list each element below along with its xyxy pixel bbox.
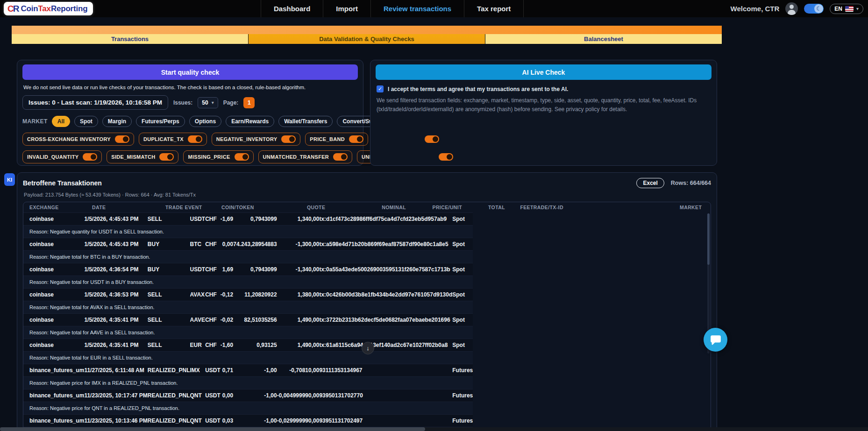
market-chips: AllSpotMarginFutures/PerpsOptionsEarn/Re…: [52, 116, 423, 127]
person-icon: [790, 5, 794, 9]
chevron-down-icon: ▾: [856, 6, 859, 11]
rule-chip-unmatched-transfer[interactable]: UNMATCHED_TRANSFER: [258, 150, 352, 163]
consent-text: I accept the terms and agree that my tra…: [388, 86, 568, 92]
rows-count: Rows: 664/664: [671, 180, 711, 186]
page-label: Page:: [223, 99, 239, 106]
nav-item-tax-report[interactable]: Tax report: [464, 0, 524, 17]
tab-transactions[interactable]: Transactions: [12, 34, 248, 44]
column-header-total: TOTAL: [462, 202, 505, 212]
column-header-trade-event: TRADE EVENT: [165, 202, 221, 212]
logo-icon: CR: [7, 4, 18, 14]
table-row-reason: Reason: Negative total for AAVE in a SEL…: [23, 326, 473, 339]
chat-bubble-icon: [710, 334, 722, 346]
ai-live-check-panel: AI Live Check ✓ I accept the terms and a…: [370, 60, 717, 166]
market-chip-margin[interactable]: Margin: [102, 116, 132, 127]
issues-row: Issues: 0 - Last scan: 1/19/2026, 10:16:…: [22, 95, 358, 110]
table-row[interactable]: coinbase1/5/2026, 4:45:43 PMBUYBTCCHF 0,…: [23, 238, 473, 251]
rule-chip-cross-exchange-inventory[interactable]: CROSS-EXCHANGE INVENTORY: [22, 133, 134, 146]
rule-chip-price-band[interactable]: PRICE_BAND: [305, 133, 368, 146]
issues-label: Issues:: [173, 99, 192, 106]
table-title: Betroffene Transaktionen: [23, 179, 102, 187]
nav-item-dashboard[interactable]: Dashboard: [261, 0, 323, 17]
rule-toggles-row-2: INVALID_QUANTITYSIDE_MISMATCHMISSING_PRI…: [22, 150, 358, 163]
rule-chip-negative-inventory[interactable]: NEGATIVE_INVENTORY: [212, 133, 301, 146]
market-chip-futures-perps[interactable]: Futures/Perps: [136, 116, 185, 127]
rule-toggle[interactable]: [159, 153, 174, 161]
page-horizontal-scrollbar[interactable]: [0, 427, 868, 431]
rule-toggle[interactable]: [439, 153, 453, 161]
table-row-reason: Reason: Negative total for AVAX in a SEL…: [23, 301, 473, 314]
rule-toggle[interactable]: [281, 135, 296, 143]
tab-balancesheet[interactable]: Balancesheet: [485, 34, 722, 44]
table-row[interactable]: coinbase1/5/2026, 4:35:41 PMSELLEURCHF -…: [23, 339, 473, 352]
rule-toggle[interactable]: [333, 153, 348, 161]
top-navbar: CR CoinTaxReporting DashboardImportRevie…: [0, 0, 868, 17]
column-header-market: MARKET: [680, 202, 711, 212]
table-row[interactable]: coinbase1/5/2026, 4:36:53 PMSELLAVAXCHF …: [23, 289, 473, 301]
chat-button[interactable]: [704, 328, 727, 352]
scrollbar-thumb[interactable]: [707, 213, 710, 265]
rule-chip-invalid-quantity[interactable]: INVALID_QUANTITY: [22, 150, 102, 163]
table-column-headers: EXCHANGEDATETRADE EVENTCOIN/TOKENQUOTENO…: [23, 202, 711, 212]
column-header-coin-token: COIN/TOKEN: [221, 202, 307, 212]
table-row[interactable]: binance_futures_um11/23/2025, 10:13:46 P…: [23, 415, 473, 427]
scroll-down-button[interactable]: ↓: [362, 342, 374, 354]
table-row[interactable]: binance_futures_um11/23/2025, 10:17:47 P…: [23, 389, 473, 402]
consent-row: ✓ I accept the terms and agree that my t…: [377, 85, 711, 92]
rule-toggle[interactable]: [349, 135, 363, 143]
market-chip-spot[interactable]: Spot: [74, 116, 98, 127]
table-row[interactable]: coinbase1/5/2026, 4:35:41 PMSELLAAVECHF …: [23, 314, 473, 326]
table-row-reason: Reason: Negative price for IMX in a REAL…: [23, 377, 473, 389]
rule-toggle[interactable]: [235, 153, 249, 161]
rule-chip-duplicate-tx[interactable]: DUPLICATE_TX: [139, 133, 207, 146]
ki-badge[interactable]: KI: [4, 173, 15, 186]
app-logo[interactable]: CR CoinTaxReporting: [4, 2, 93, 15]
tab-strip: TransactionsData Validation & Quality Ch…: [12, 26, 722, 44]
column-header-fee: FEE: [505, 202, 530, 212]
nav-item-review-transactions[interactable]: Review transactions: [370, 0, 464, 17]
rule-chip-side-mismatch[interactable]: SIDE_MISMATCH: [107, 150, 178, 163]
issues-per-page-select[interactable]: 50 ▾: [198, 97, 218, 108]
table-row-reason: Reason: Negative quantity for USDT in a …: [23, 226, 473, 238]
column-header-date: DATE: [92, 202, 165, 212]
dark-mode-toggle[interactable]: ☾: [804, 4, 824, 14]
column-header-trade-tx-id: TRADE/TX-ID: [530, 202, 680, 212]
column-header-quote: QUOTE: [307, 202, 350, 212]
table-row[interactable]: coinbase1/5/2026, 4:36:54 PMBUYUSDTCHF 1…: [23, 263, 473, 276]
consent-checkbox[interactable]: ✓: [377, 85, 384, 92]
transactions-table: EXCHANGEDATETRADE EVENTCOIN/TOKENQUOTENO…: [23, 202, 711, 431]
us-flag-icon: [845, 6, 854, 12]
rule-toggle[interactable]: [83, 153, 97, 161]
market-chip-wallet-transfers[interactable]: Wallet/Transfers: [278, 116, 333, 127]
language-selector[interactable]: EN ▾: [830, 4, 863, 14]
table-row[interactable]: binance_futures_um11/27/2025, 6:11:48 AM…: [23, 364, 473, 377]
rule-toggle[interactable]: [188, 135, 202, 143]
start-quality-check-button[interactable]: Start quality check: [22, 64, 358, 80]
rule-chip-missing-price[interactable]: MISSING_PRICE: [183, 150, 253, 163]
market-chip-all[interactable]: All: [52, 116, 70, 127]
navbar-right: Welcome, CTR ☾ EN ▾: [731, 0, 863, 17]
down-arrow-icon: ↓: [366, 345, 370, 352]
tab-row: TransactionsData Validation & Quality Ch…: [12, 34, 722, 44]
excel-export-button[interactable]: Excel: [636, 178, 664, 188]
column-header-exchange: EXCHANGE: [23, 202, 92, 212]
column-header-nominal: NOMINAL: [350, 202, 406, 212]
rule-toggles-row-1: CROSS-EXCHANGE INVENTORYDUPLICATE_TXNEGA…: [22, 133, 358, 146]
nav-item-import[interactable]: Import: [323, 0, 370, 17]
moon-icon: ☾: [814, 4, 823, 13]
tab-data-validation-quality-checks[interactable]: Data Validation & Quality Checks: [248, 34, 485, 44]
page-1-button[interactable]: 1: [243, 97, 255, 108]
ai-live-check-button[interactable]: AI Live Check: [376, 64, 711, 80]
user-avatar[interactable]: [785, 2, 798, 15]
welcome-text: Welcome, CTR: [731, 5, 780, 13]
market-chip-earn-rewards[interactable]: Earn/Rewards: [226, 116, 274, 127]
logo-text: CoinTaxReporting: [21, 4, 87, 14]
rule-toggle[interactable]: [425, 135, 439, 143]
table-row[interactable]: coinbase1/5/2026, 4:45:43 PMSELLUSDTCHF …: [23, 213, 473, 226]
market-chip-options[interactable]: Options: [189, 116, 221, 127]
rule-toggle[interactable]: [115, 135, 129, 143]
market-filter-row: MARKET AllSpotMarginFutures/PerpsOptions…: [22, 116, 358, 127]
table-row-reason: Reason: Negative total for USDT in a BUY…: [23, 276, 473, 289]
payload-info: Payload: 213.754 Bytes (≈ 53.439 Tokens)…: [24, 192, 710, 198]
scrollbar-thumb[interactable]: [0, 427, 425, 431]
